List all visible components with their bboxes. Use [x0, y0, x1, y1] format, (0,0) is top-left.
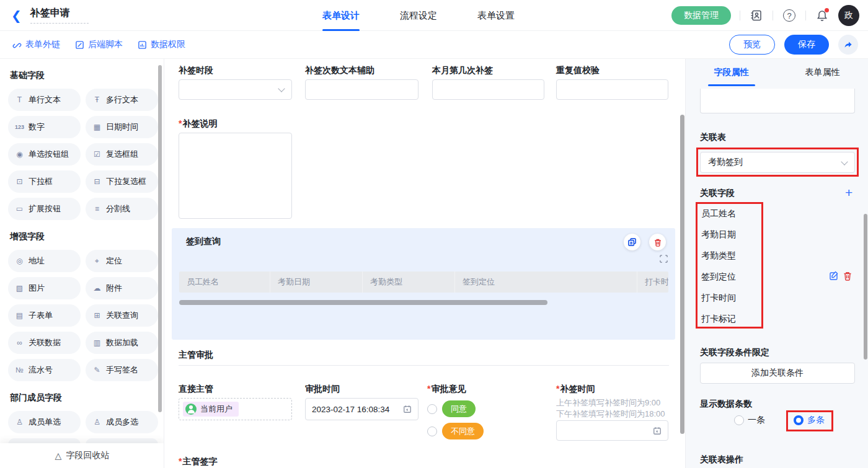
opinion-option-disagree[interactable]: 不同意: [427, 423, 484, 439]
pill-label: 定位: [106, 255, 122, 267]
backend-script-button[interactable]: 后端脚本: [75, 39, 123, 50]
divider: [805, 11, 806, 20]
pill-select[interactable]: ⊡下拉框: [8, 170, 81, 193]
relate-field-item[interactable]: 签到定位: [701, 272, 736, 283]
relate-table-select[interactable]: 考勤签到: [700, 152, 855, 173]
pill-label: 手写签名: [106, 364, 138, 376]
relate-field-item[interactable]: 员工姓名: [701, 208, 736, 219]
field-label-sign-time: *补签时间: [556, 384, 595, 395]
back-icon[interactable]: ❮: [11, 9, 22, 22]
edit-relate-fields-button[interactable]: [829, 271, 839, 283]
pill-multi-line-text[interactable]: Ŧ多行文本: [86, 89, 158, 111]
relate-field-item[interactable]: 打卡标记: [701, 314, 736, 325]
panel-scrollbar[interactable]: [864, 214, 867, 360]
pill-signature[interactable]: ✎手写签名: [86, 359, 158, 381]
label-text: 补签时间: [560, 384, 595, 394]
tab-field-properties[interactable]: 字段属性: [686, 59, 777, 86]
calendar-icon: [403, 405, 412, 413]
sign-remark-textarea[interactable]: [179, 133, 292, 219]
required-mark: *: [179, 118, 182, 128]
pill-multi-select[interactable]: ⊟下拉复选框: [86, 170, 158, 193]
direct-supervisor-field[interactable]: 当前用户: [179, 398, 292, 420]
annotation-box-relate-fields: [696, 202, 763, 329]
scrolled-input-partial[interactable]: [700, 89, 855, 113]
pill-divider-line[interactable]: ≡分割线: [86, 198, 158, 220]
delete-relate-fields-button[interactable]: [843, 271, 852, 283]
field-label-sign-period: 补签时段: [179, 65, 213, 76]
multi-line-text-icon: Ŧ: [92, 95, 102, 104]
label-text: 主管签字: [182, 456, 217, 466]
sign-count-helper-input[interactable]: [305, 79, 418, 100]
pill-location[interactable]: ⌖定位: [86, 250, 158, 272]
table-horizontal-scrollbar[interactable]: [179, 300, 547, 305]
help-icon[interactable]: ?: [782, 8, 797, 23]
pill-attachment[interactable]: ☁附件: [86, 277, 158, 299]
radio-single[interactable]: [734, 415, 744, 425]
pill-relate-query[interactable]: ⊞关联查询: [86, 304, 158, 327]
relate-table-value: 考勤签到: [708, 157, 743, 168]
copy-icon: [627, 237, 637, 247]
relate-field-item[interactable]: 打卡时间: [701, 293, 736, 304]
pill-single-line-text[interactable]: T单行文本: [8, 89, 81, 111]
contacts-book-icon[interactable]: [749, 8, 764, 23]
form-title-editable[interactable]: 补签申请: [30, 7, 89, 24]
required-mark: *: [556, 384, 559, 394]
expand-icon[interactable]: [659, 254, 668, 265]
radio-multiple-selected[interactable]: [794, 415, 804, 425]
agree-pill: 同意: [442, 400, 476, 417]
tab-flow-setting[interactable]: 流程设定: [400, 0, 437, 31]
app-header: ❮ 补签申请 表单设计 流程设定 表单设置 数据管理 ?: [0, 0, 868, 31]
pill-radio-group[interactable]: ◉单选按钮组: [8, 143, 81, 166]
pill-datetime[interactable]: ▦日期时间: [86, 116, 158, 138]
sign-time-field[interactable]: [556, 420, 668, 441]
column-attendance-date: 考勤日期: [270, 272, 363, 293]
field-label-direct-supervisor: 直接主管: [179, 384, 213, 395]
current-user-tag[interactable]: 当前用户: [183, 402, 239, 417]
member-fields-grid: ♙成员单选 ♙成员多选: [0, 411, 164, 444]
canvas-scrollbar[interactable]: [680, 115, 684, 434]
relate-field-item[interactable]: 考勤类型: [701, 250, 736, 262]
data-manage-button[interactable]: 数据管理: [671, 6, 731, 25]
pill-member-single[interactable]: ♙成员单选: [8, 411, 81, 433]
pill-address[interactable]: ◎地址: [8, 250, 81, 272]
display-count-option-single[interactable]: 一条: [734, 415, 765, 426]
pill-relate-data[interactable]: ∞关联数据: [8, 332, 81, 354]
radio-agree[interactable]: [427, 404, 437, 414]
save-button[interactable]: 保存: [784, 35, 829, 55]
relate-field-item[interactable]: 考勤日期: [701, 229, 736, 241]
pill-image[interactable]: ▧图片: [8, 277, 81, 299]
share-button[interactable]: [838, 35, 858, 55]
data-permission-button[interactable]: 数据权限: [138, 39, 185, 50]
add-condition-button[interactable]: 添加关联条件: [700, 363, 855, 384]
sidebar-scrollbar[interactable]: [158, 65, 162, 412]
pill-checkbox-group[interactable]: ☑复选框组: [86, 143, 158, 166]
field-recycle-bin[interactable]: △ 字段回收站: [0, 443, 164, 468]
pill-expand-button[interactable]: ▭扩展按钮: [8, 198, 81, 220]
opinion-option-agree[interactable]: 同意: [427, 400, 476, 417]
external-link-button[interactable]: 表单外链: [12, 39, 60, 50]
month-sign-index-input[interactable]: [432, 79, 544, 100]
tab-form-properties[interactable]: 表单属性: [777, 59, 868, 86]
radio-disagree[interactable]: [427, 426, 437, 436]
pill-sub-form[interactable]: ▤子表单: [8, 304, 81, 327]
tab-form-setting[interactable]: 表单设置: [477, 0, 515, 31]
pill-member-multi[interactable]: ♙成员多选: [86, 411, 158, 433]
notification-bell-icon[interactable]: [815, 8, 830, 23]
pill-number[interactable]: 123数字: [8, 116, 81, 138]
approve-time-field[interactable]: 2023-02-17 16:08:34: [305, 398, 418, 420]
checkbox-group-icon: ☑: [92, 150, 102, 159]
preview-button[interactable]: 预览: [729, 35, 775, 55]
sign-period-select[interactable]: [179, 79, 292, 100]
pill-data-load[interactable]: ▥数据加载: [86, 332, 158, 354]
column-sign-location: 签到定位: [455, 272, 637, 293]
duplicate-check-input[interactable]: [556, 79, 668, 100]
add-relate-field-button[interactable]: +: [845, 186, 852, 199]
delete-widget-button[interactable]: [649, 234, 666, 250]
pill-serial-number[interactable]: №流水号: [8, 359, 81, 381]
property-panel: 字段属性 表单属性 关联表 考勤签到 关联字段 + 员工姓名 考勤日期 考勤类型…: [685, 59, 868, 468]
tab-form-design[interactable]: 表单设计: [322, 0, 360, 31]
user-avatar[interactable]: 政: [838, 5, 859, 26]
copy-widget-button[interactable]: [624, 234, 640, 250]
display-count-option-multiple[interactable]: 多条: [794, 415, 825, 426]
sign-query-section-selected[interactable]: 签到查询 员工姓名 考勤日期 考勤类型 签到定位: [172, 228, 675, 340]
